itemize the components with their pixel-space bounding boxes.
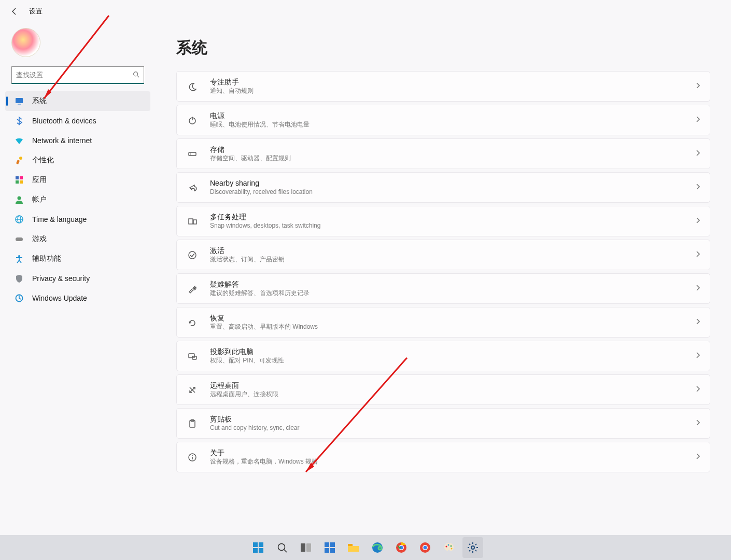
sidebar-item-0[interactable]: 系统	[5, 91, 150, 111]
svg-rect-46	[325, 542, 329, 547]
app-title: 设置	[29, 7, 43, 16]
sidebar-item-8[interactable]: 辅助功能	[5, 249, 150, 269]
settings-card-7[interactable]: 恢复 重置、高级启动、早期版本的 Windows	[176, 307, 710, 338]
settings-card-0[interactable]: 专注助手 通知、自动规则	[176, 71, 710, 102]
taskbar-start-button[interactable]	[248, 537, 269, 558]
svg-rect-40	[253, 548, 258, 553]
search-box[interactable]	[11, 66, 144, 84]
svg-rect-13	[16, 237, 23, 241]
card-title: 投影到此电脑	[210, 347, 695, 356]
main-content: 系统 专注助手 通知、自动规则 电源 睡眠、电池使用情况、节省电池电量 存储 存…	[156, 23, 731, 560]
settings-card-9[interactable]: 远程桌面 远程桌面用户、连接权限	[176, 374, 710, 405]
settings-card-5[interactable]: 激活 激活状态、订阅、产品密钥	[176, 240, 710, 270]
gamepad-icon	[15, 234, 24, 244]
sidebar-item-label: 辅助功能	[32, 254, 61, 263]
card-title: Nearby sharing	[210, 178, 695, 188]
taskbar-edge-button[interactable]	[367, 537, 388, 558]
chevron-right-icon	[695, 116, 700, 125]
svg-rect-21	[193, 220, 196, 224]
sidebar-item-label: 应用	[32, 175, 47, 185]
sidebar-item-9[interactable]: Privacy & security	[5, 269, 150, 288]
svg-point-58	[446, 546, 447, 548]
back-button[interactable]	[9, 6, 20, 17]
svg-line-67	[469, 544, 470, 545]
card-title: 电源	[210, 111, 695, 120]
svg-point-62	[471, 546, 474, 549]
taskbar-widgets-button[interactable]	[319, 537, 340, 558]
svg-point-19	[190, 153, 191, 155]
svg-rect-8	[20, 180, 23, 184]
chevron-right-icon	[695, 318, 700, 327]
chevron-right-icon	[695, 250, 700, 260]
svg-rect-45	[306, 543, 311, 552]
sidebar-item-3[interactable]: 个性化	[5, 150, 150, 170]
svg-rect-7	[16, 180, 19, 184]
user-icon	[15, 195, 24, 204]
taskbar-paint-button[interactable]	[439, 537, 459, 558]
svg-rect-49	[330, 548, 335, 553]
settings-card-2[interactable]: 存储 存储空间、驱动器、配置规则	[176, 138, 710, 169]
card-title: 存储	[210, 145, 695, 154]
svg-rect-48	[325, 548, 329, 553]
svg-point-0	[134, 72, 138, 76]
settings-card-8[interactable]: 投影到此电脑 权限、配对 PIN、可发现性	[176, 341, 710, 371]
chevron-right-icon	[695, 419, 700, 428]
svg-point-22	[189, 251, 196, 259]
remote-icon	[186, 384, 199, 396]
chevron-right-icon	[695, 352, 700, 361]
sidebar-item-7[interactable]: 游戏	[5, 229, 150, 249]
sidebar-item-label: Network & internet	[32, 136, 92, 145]
user-avatar[interactable]	[11, 28, 40, 57]
settings-card-3[interactable]: Nearby sharing Discoverability, received…	[176, 172, 710, 203]
sidebar-item-10[interactable]: Windows Update	[5, 288, 150, 308]
sidebar-item-5[interactable]: 帐户	[5, 190, 150, 209]
recovery-icon	[186, 316, 199, 329]
monitor-icon	[15, 96, 24, 106]
svg-point-59	[448, 544, 449, 546]
sidebar-item-label: 帐户	[32, 195, 47, 204]
svg-point-42	[278, 543, 285, 550]
chevron-right-icon	[695, 385, 700, 395]
svg-point-28	[192, 455, 193, 456]
moon-icon	[186, 80, 199, 93]
svg-rect-50	[348, 544, 353, 546]
chevron-right-icon	[695, 183, 700, 192]
sidebar-item-label: Privacy & security	[32, 274, 90, 283]
wrench-icon	[186, 283, 199, 295]
search-icon	[133, 71, 139, 79]
svg-line-70	[469, 550, 470, 551]
info-icon	[186, 451, 199, 464]
svg-point-14	[18, 255, 20, 257]
sidebar-item-2[interactable]: Network & internet	[5, 131, 150, 150]
bluetooth-icon	[15, 116, 24, 125]
taskbar-explorer-button[interactable]	[343, 537, 364, 558]
settings-card-4[interactable]: 多任务处理 Snap windows, desktops, task switc…	[176, 206, 710, 236]
taskbar-chrome-button[interactable]	[391, 537, 412, 558]
settings-card-1[interactable]: 电源 睡眠、电池使用情况、节省电池电量	[176, 105, 710, 135]
svg-point-61	[451, 548, 453, 550]
card-title: 疑难解答	[210, 279, 695, 289]
settings-card-11[interactable]: 关于 设备规格，重命名电脑，Windows 规格	[176, 442, 710, 472]
taskbar	[0, 535, 731, 560]
settings-card-10[interactable]: 剪贴板 Cut and copy history, sync, clear	[176, 408, 710, 439]
taskbar-settings-button[interactable]	[462, 537, 483, 558]
chevron-right-icon	[695, 217, 700, 226]
project-icon	[186, 350, 199, 362]
sidebar-item-1[interactable]: Bluetooth & devices	[5, 111, 150, 131]
sidebar-item-label: 个性化	[32, 156, 54, 165]
svg-rect-3	[18, 104, 21, 105]
update-icon	[15, 293, 24, 303]
svg-rect-23	[189, 354, 194, 358]
card-subtitle: 睡眠、电池使用情况、节省电池电量	[210, 120, 695, 129]
taskbar-taskview-button[interactable]	[296, 537, 316, 558]
search-input[interactable]	[16, 71, 133, 79]
sidebar-item-4[interactable]: 应用	[5, 170, 150, 190]
chevron-right-icon	[695, 284, 700, 293]
sidebar-item-6[interactable]: Time & language	[5, 209, 150, 229]
taskbar-search-button[interactable]	[272, 537, 292, 558]
sidebar-item-label: Time & language	[32, 215, 87, 223]
svg-rect-41	[259, 548, 263, 553]
settings-card-6[interactable]: 疑难解答 建议的疑难解答、首选项和历史记录	[176, 273, 710, 304]
svg-rect-5	[16, 176, 19, 179]
taskbar-chrome2-button[interactable]	[415, 537, 435, 558]
